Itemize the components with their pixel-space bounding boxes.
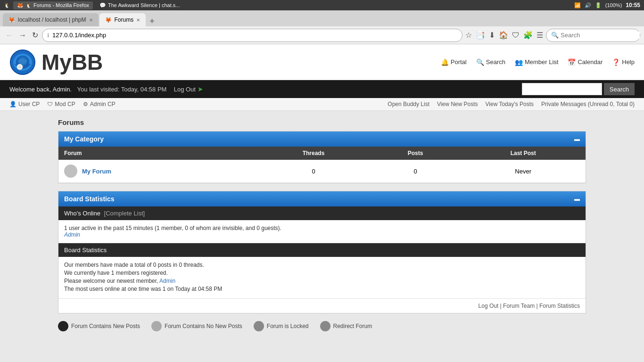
tab2-close-icon[interactable]: ✕ bbox=[136, 17, 140, 23]
nav-search-input[interactable] bbox=[522, 83, 602, 95]
site-header: MyBB 🔔 Portal 🔍 Search 👥 Member List 📅 C… bbox=[0, 44, 644, 80]
admincp-icon: ⚙ bbox=[83, 101, 88, 107]
nav-bar: Welcome back, Admin. You last visited: T… bbox=[0, 80, 644, 98]
usercp-icon: 👤 bbox=[9, 101, 17, 107]
col-threads: Threads bbox=[257, 147, 370, 160]
address-bar: ← → ↻ ℹ ☆ 📑 ⬇ 🏠 🛡 🧩 ☰ 🔍 bbox=[0, 26, 644, 44]
nav-search-button[interactable]: Search bbox=[604, 83, 635, 95]
redirect-forum-icon bbox=[320, 321, 330, 331]
svg-point-6 bbox=[18, 65, 22, 69]
legend: Forum Contains New Posts Forum Contains … bbox=[58, 321, 586, 331]
shield-icon[interactable]: 🛡 bbox=[511, 30, 520, 41]
browser-tab-bar: 🦊 localhost / localhost | phpM ✕ 🦊 Forum… bbox=[0, 10, 644, 26]
no-new-posts-icon bbox=[151, 321, 162, 331]
forum-name-cell: My Forum bbox=[58, 160, 257, 183]
view-new-posts-link[interactable]: View New Posts bbox=[437, 101, 478, 107]
collapse-icon[interactable]: ▬ bbox=[574, 136, 580, 142]
browser-tab-1[interactable]: 🦊 localhost / localhost | phpM ✕ bbox=[3, 13, 99, 26]
online-text: 1 user active in the past 15 minutes (1 … bbox=[64, 225, 580, 231]
col-forum: Forum bbox=[58, 147, 257, 160]
memberlist-link[interactable]: 👥 Member List bbox=[515, 58, 559, 66]
tab1-close-icon[interactable]: ✕ bbox=[89, 17, 93, 23]
bookmark-list-icon[interactable]: 📑 bbox=[475, 30, 486, 41]
extensions-icon[interactable]: 🧩 bbox=[522, 30, 534, 41]
menu-icon[interactable]: ☰ bbox=[536, 30, 544, 41]
portal-link[interactable]: 🔔 Portal bbox=[441, 58, 467, 66]
view-todays-posts-link[interactable]: View Today's Posts bbox=[486, 101, 534, 107]
category-header: My Category ▬ bbox=[58, 132, 586, 147]
battery-percent: (100%) bbox=[605, 2, 622, 8]
bookmark-star-icon[interactable]: ☆ bbox=[464, 30, 473, 41]
site-logo: MyBB bbox=[9, 49, 103, 75]
download-icon[interactable]: ⬇ bbox=[488, 30, 496, 41]
board-stats-collapse-icon[interactable]: ▬ bbox=[574, 196, 580, 202]
col-lastpost: Last Post bbox=[461, 147, 586, 160]
footer-logout-link[interactable]: Log Out bbox=[479, 303, 499, 309]
forum-posts-cell: 0 bbox=[370, 160, 461, 183]
modcp-link[interactable]: 🛡 Mod CP bbox=[47, 101, 75, 107]
nav-search-form: Search bbox=[522, 83, 635, 95]
browser-tab-2[interactable]: 🦊 Forums ✕ bbox=[99, 13, 146, 26]
forum-threads-cell: 0 bbox=[257, 160, 370, 183]
help-link[interactable]: ❓ Help bbox=[612, 58, 635, 66]
page-title: Forums bbox=[58, 118, 586, 126]
help-icon: ❓ bbox=[612, 58, 620, 66]
refresh-button[interactable]: ↻ bbox=[30, 30, 40, 41]
portal-icon: 🔔 bbox=[441, 58, 449, 66]
whos-online-body: 1 user active in the past 15 minutes (1 … bbox=[58, 220, 586, 243]
wifi-icon: 📶 bbox=[574, 2, 581, 8]
calendar-icon: 📅 bbox=[568, 58, 576, 66]
os-logo: 🐧 bbox=[4, 2, 10, 8]
forum-name: My Forum bbox=[82, 168, 111, 175]
stats-line-2: We currently have 1 members registered. bbox=[64, 270, 580, 276]
legend-item-redirect: Redirect Forum bbox=[320, 321, 372, 331]
table-row: My Forum 0 0 Never bbox=[58, 160, 586, 183]
forum-link[interactable]: My Forum bbox=[82, 168, 111, 175]
sub-nav: 👤 User CP 🛡 Mod CP ⚙ Admin CP Open Buddy… bbox=[0, 98, 644, 111]
board-stats-inner-header: Board Statistics bbox=[58, 243, 586, 257]
search-link[interactable]: 🔍 Search bbox=[476, 58, 505, 66]
os-taskbar: 🐧 🦊 🐧 Forums - Mozilla Firefox 💬 The Awk… bbox=[0, 0, 644, 10]
clock: 10:55 bbox=[626, 2, 640, 8]
last-visited-text: You last visited: Today, 04:58 PM bbox=[77, 86, 167, 93]
newest-member-link[interactable]: Admin bbox=[159, 278, 175, 284]
modcp-icon: 🛡 bbox=[47, 101, 53, 107]
members-icon: 👥 bbox=[515, 58, 523, 66]
legend-item-new: Forum Contains New Posts bbox=[58, 321, 140, 331]
taskbar-browser-tab[interactable]: 🦊 🐧 Forums - Mozilla Firefox bbox=[13, 1, 93, 9]
footer-forum-statistics-link[interactable]: Forum Statistics bbox=[539, 303, 580, 309]
whos-online-header: Who's Online [Complete List] bbox=[58, 206, 586, 220]
info-icon: ℹ bbox=[47, 32, 50, 39]
board-statistics-section: Board Statistics ▬ Who's Online [Complet… bbox=[58, 191, 586, 313]
forum-lastpost-cell: Never bbox=[461, 160, 586, 183]
admincp-link[interactable]: ⚙ Admin CP bbox=[83, 101, 116, 107]
taskbar-tab2[interactable]: 💬 The Awkward Silence | chat.s... bbox=[96, 1, 183, 9]
col-posts: Posts bbox=[370, 147, 461, 160]
stats-line-3: Please welcome our newest member, Admin bbox=[64, 278, 580, 284]
complete-list-link[interactable]: [Complete List] bbox=[104, 210, 145, 217]
forward-button[interactable]: → bbox=[17, 30, 28, 41]
logo-text: MyBB bbox=[41, 51, 103, 73]
usercp-link[interactable]: 👤 User CP bbox=[9, 101, 40, 107]
private-messages-link[interactable]: Private Messages bbox=[541, 101, 586, 107]
search-magnifier-icon: 🔍 bbox=[551, 32, 559, 39]
address-input[interactable] bbox=[52, 32, 457, 39]
admin-user-link[interactable]: Admin bbox=[64, 231, 80, 238]
logo-icon bbox=[9, 49, 38, 75]
private-messages-info: Private Messages (Unread 0, Total 0) bbox=[541, 101, 635, 107]
stats-line-4: The most users online at one time was 1 … bbox=[64, 286, 580, 292]
browser-search-input[interactable] bbox=[561, 32, 640, 39]
forum-table: Forum Threads Posts Last Post My Forum bbox=[58, 147, 586, 183]
open-buddy-list-link[interactable]: Open Buddy List bbox=[388, 101, 429, 107]
logout-button[interactable]: Log Out ➤ bbox=[174, 85, 203, 93]
footer-forum-team-link[interactable]: Forum Team bbox=[503, 303, 535, 309]
forum-icon bbox=[64, 165, 77, 178]
back-button[interactable]: ← bbox=[4, 30, 15, 41]
logout-arrow-icon: ➤ bbox=[198, 85, 203, 93]
sound-icon: 🔊 bbox=[585, 2, 591, 8]
home-icon[interactable]: 🏠 bbox=[498, 30, 509, 41]
welcome-text: Welcome back, Admin. bbox=[9, 86, 72, 93]
stats-line-1: Our members have made a total of 0 posts… bbox=[64, 262, 580, 268]
new-tab-button[interactable]: + bbox=[147, 16, 157, 26]
calendar-link[interactable]: 📅 Calendar bbox=[568, 58, 603, 66]
